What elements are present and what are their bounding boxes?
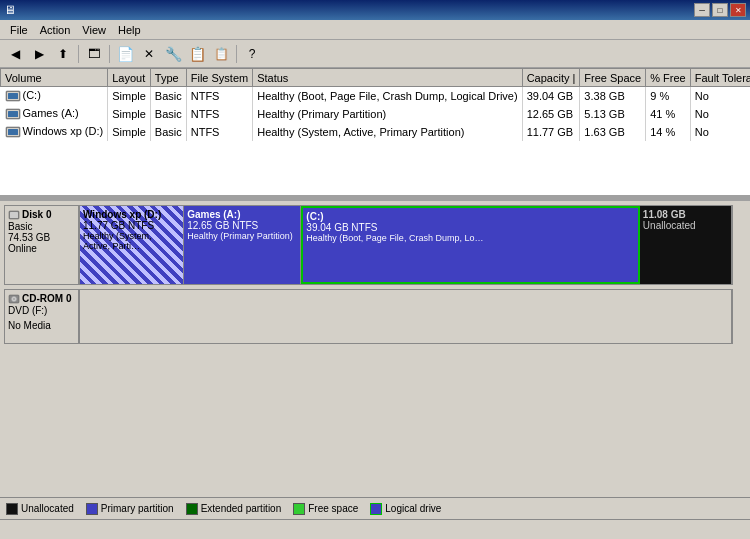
toolbar-sep-1 bbox=[78, 45, 79, 63]
delete-button[interactable]: ✕ bbox=[138, 43, 160, 65]
legend-logical: Logical drive bbox=[370, 503, 441, 515]
refresh-button[interactable]: 📋 bbox=[186, 43, 208, 65]
cell-type: Basic bbox=[150, 123, 186, 141]
scroll-track-2[interactable] bbox=[732, 289, 746, 344]
content-area: Volume Layout Type File System Status Ca… bbox=[0, 68, 750, 539]
partition-c-name: (C:) bbox=[306, 211, 635, 222]
legend-logical-label: Logical drive bbox=[385, 503, 441, 514]
cell-faulttolerance: No bbox=[690, 87, 750, 105]
legend-logical-box bbox=[370, 503, 382, 515]
table-row[interactable]: Windows xp (D:) Simple Basic NTFS Health… bbox=[1, 123, 751, 141]
minimize-button[interactable]: ─ bbox=[694, 3, 710, 17]
svg-rect-2 bbox=[8, 93, 18, 99]
partition-games-size: 12.65 GB NTFS bbox=[187, 220, 297, 231]
cell-capacity: 12.65 GB bbox=[522, 105, 580, 123]
cell-type: Basic bbox=[150, 87, 186, 105]
partition-c-size: 39.04 GB NTFS bbox=[306, 222, 635, 233]
title-bar: 🖥 ─ □ ✕ bbox=[0, 0, 750, 20]
col-filesystem[interactable]: File System bbox=[186, 69, 252, 87]
back-button[interactable]: ◀ bbox=[4, 43, 26, 65]
table-row[interactable]: (C:) Simple Basic NTFS Healthy (Boot, Pa… bbox=[1, 87, 751, 105]
cdrom0-status: No Media bbox=[8, 320, 75, 331]
svg-rect-10 bbox=[10, 212, 18, 218]
maximize-button[interactable]: □ bbox=[712, 3, 728, 17]
partition-winxp-size: 11.77 GB NTFS bbox=[83, 220, 180, 231]
table-row[interactable]: Games (A:) Simple Basic NTFS Healthy (Pr… bbox=[1, 105, 751, 123]
cell-layout: Simple bbox=[108, 105, 151, 123]
menu-bar: File Action View Help bbox=[0, 20, 750, 40]
partition-games-status: Healthy (Primary Partition) bbox=[187, 231, 297, 241]
partition-winxp-status: Healthy (System, Active, Parti… bbox=[83, 231, 180, 251]
cell-freespace: 5.13 GB bbox=[580, 105, 646, 123]
cell-fs: NTFS bbox=[186, 105, 252, 123]
col-volume[interactable]: Volume bbox=[1, 69, 108, 87]
volume-icon bbox=[5, 126, 21, 138]
menu-file[interactable]: File bbox=[4, 22, 34, 38]
cell-volume: (C:) bbox=[1, 87, 108, 105]
svg-rect-5 bbox=[8, 111, 18, 117]
show-hide-button[interactable]: 🗔 bbox=[83, 43, 105, 65]
disk0-partitions: Windows xp (D:) 11.77 GB NTFS Healthy (S… bbox=[79, 205, 732, 285]
menu-view[interactable]: View bbox=[76, 22, 112, 38]
partition-games[interactable]: Games (A:) 12.65 GB NTFS Healthy (Primar… bbox=[184, 206, 301, 284]
disk0-icon bbox=[8, 209, 20, 221]
help-button[interactable]: ? bbox=[241, 43, 263, 65]
menu-help[interactable]: Help bbox=[112, 22, 147, 38]
volume-icon bbox=[5, 90, 21, 102]
partition-unallocated-label: Unallocated bbox=[643, 220, 728, 231]
new-button[interactable]: 📄 bbox=[114, 43, 136, 65]
partition-c-status: Healthy (Boot, Page File, Crash Dump, Lo… bbox=[306, 233, 635, 243]
col-status[interactable]: Status bbox=[253, 69, 522, 87]
partition-winxp-name: Windows xp (D:) bbox=[83, 209, 180, 220]
properties-button[interactable]: 🔧 bbox=[162, 43, 184, 65]
partition-games-name: Games (A:) bbox=[187, 209, 297, 220]
window-controls: ─ □ ✕ bbox=[694, 3, 746, 17]
cell-status: Healthy (Primary Partition) bbox=[253, 105, 522, 123]
col-freespace[interactable]: Free Space bbox=[580, 69, 646, 87]
disk0-type: Basic bbox=[8, 221, 75, 232]
disk0-row: Disk 0 Basic 74.53 GB Online Windows xp … bbox=[4, 205, 746, 285]
disk0-name: Disk 0 bbox=[8, 209, 75, 221]
cell-status: Healthy (System, Active, Primary Partiti… bbox=[253, 123, 522, 141]
volume-panel: Volume Layout Type File System Status Ca… bbox=[0, 68, 750, 198]
partition-unallocated-name: 11.08 GB bbox=[643, 209, 728, 220]
toolbar-sep-3 bbox=[236, 45, 237, 63]
menu-action[interactable]: Action bbox=[34, 22, 77, 38]
cdrom0-info: CD-ROM 0 DVD (F:) No Media bbox=[4, 289, 79, 344]
cdrom0-content bbox=[79, 289, 732, 344]
legend-bar: Unallocated Primary partition Extended p… bbox=[0, 497, 750, 519]
up-button[interactable]: ⬆ bbox=[52, 43, 74, 65]
cdrom0-name: CD-ROM 0 bbox=[8, 293, 75, 305]
legend-unallocated: Unallocated bbox=[6, 503, 74, 515]
cell-pctfree: 14 % bbox=[646, 123, 690, 141]
volume-table: Volume Layout Type File System Status Ca… bbox=[0, 68, 750, 141]
cell-type: Basic bbox=[150, 105, 186, 123]
disk0-info: Disk 0 Basic 74.53 GB Online bbox=[4, 205, 79, 285]
col-layout[interactable]: Layout bbox=[108, 69, 151, 87]
legend-primary: Primary partition bbox=[86, 503, 174, 515]
cell-capacity: 39.04 GB bbox=[522, 87, 580, 105]
legend-primary-label: Primary partition bbox=[101, 503, 174, 514]
cell-pctfree: 9 % bbox=[646, 87, 690, 105]
col-type[interactable]: Type bbox=[150, 69, 186, 87]
cell-volume: Windows xp (D:) bbox=[1, 123, 108, 141]
disk0-status: Online bbox=[8, 243, 75, 254]
scroll-track[interactable] bbox=[732, 205, 746, 285]
cell-layout: Simple bbox=[108, 123, 151, 141]
app-icon: 🖥 bbox=[4, 3, 16, 17]
partition-winxp[interactable]: Windows xp (D:) 11.77 GB NTFS Healthy (S… bbox=[80, 206, 184, 284]
cell-capacity: 11.77 GB bbox=[522, 123, 580, 141]
col-pctfree[interactable]: % Free bbox=[646, 69, 690, 87]
export-button[interactable]: 📋 bbox=[210, 43, 232, 65]
cell-fs: NTFS bbox=[186, 87, 252, 105]
forward-button[interactable]: ▶ bbox=[28, 43, 50, 65]
legend-primary-box bbox=[86, 503, 98, 515]
legend-unallocated-label: Unallocated bbox=[21, 503, 74, 514]
col-faulttolerance[interactable]: Fault Tolerance bbox=[690, 69, 750, 87]
cdrom0-row: CD-ROM 0 DVD (F:) No Media bbox=[4, 289, 746, 344]
partition-c[interactable]: (C:) 39.04 GB NTFS Healthy (Boot, Page F… bbox=[301, 206, 640, 284]
close-button[interactable]: ✕ bbox=[730, 3, 746, 17]
partition-unallocated[interactable]: 11.08 GB Unallocated bbox=[640, 206, 731, 284]
svg-point-13 bbox=[13, 299, 15, 301]
col-capacity[interactable]: Capacity | bbox=[522, 69, 580, 87]
